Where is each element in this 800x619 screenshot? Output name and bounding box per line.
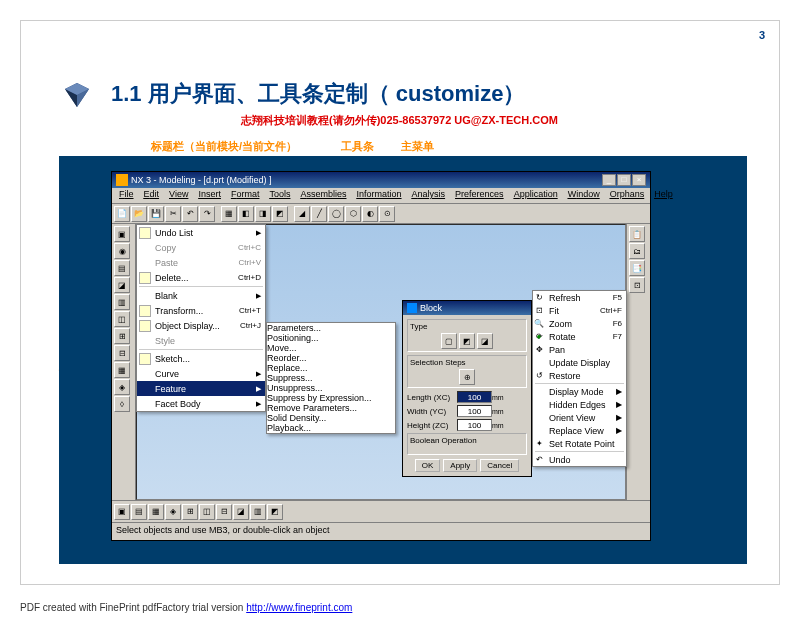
menu-item[interactable]: Replace... [267, 363, 395, 373]
menu-item[interactable]: Unsuppress... [267, 383, 395, 393]
tool-icon[interactable]: ↶ [182, 206, 198, 222]
sel-step-icon[interactable]: ⊕ [459, 369, 475, 385]
tool-icon[interactable]: ╱ [311, 206, 327, 222]
type-option-icon[interactable]: ◪ [477, 333, 493, 349]
menu-item[interactable]: Undo List▶ [137, 225, 265, 240]
type-option-icon[interactable]: ◩ [459, 333, 475, 349]
popup-item[interactable]: 🔍ZoomF6 [533, 317, 626, 330]
footer-link[interactable]: http://www.fineprint.com [246, 602, 352, 613]
popup-item[interactable]: Replace View▶ [533, 424, 626, 437]
menu-item[interactable]: Reorder... [267, 353, 395, 363]
dimension-input[interactable] [457, 405, 492, 417]
tool-icon[interactable]: ◩ [267, 504, 283, 520]
tool-icon[interactable]: ▤ [131, 504, 147, 520]
popup-item[interactable]: ✦Set Rotate Point [533, 437, 626, 450]
menu-format[interactable]: Format [226, 188, 265, 203]
edit-dropdown-menu[interactable]: Undo List▶CopyCtrl+CPasteCtrl+VDelete...… [136, 224, 266, 412]
tool-icon[interactable]: ⊟ [216, 504, 232, 520]
tool-icon[interactable]: ▦ [148, 504, 164, 520]
popup-item[interactable]: Orient View▶ [533, 411, 626, 424]
menu-tools[interactable]: Tools [264, 188, 295, 203]
popup-item[interactable]: ✥Pan [533, 343, 626, 356]
menu-item[interactable]: Remove Parameters... [267, 403, 395, 413]
tool-icon[interactable]: ⊙ [379, 206, 395, 222]
tool-icon[interactable]: ◢ [294, 206, 310, 222]
tool-icon[interactable]: ▣ [114, 504, 130, 520]
menu-orphans[interactable]: Orphans [605, 188, 650, 203]
menu-item[interactable]: Suppress... [267, 373, 395, 383]
tool-icon[interactable]: ◧ [238, 206, 254, 222]
popup-item[interactable]: Display Mode▶ [533, 385, 626, 398]
menu-edit[interactable]: Edit [139, 188, 165, 203]
menu-item[interactable]: Sketch... [137, 351, 265, 366]
apply-button[interactable]: Apply [443, 459, 477, 472]
tool-icon[interactable]: ⊡ [629, 277, 645, 293]
tool-icon[interactable]: ✂ [165, 206, 181, 222]
popup-menu-mb3[interactable]: ↻RefreshF5⊡FitCtrl+F🔍ZoomF6⟳●RotateF7✥Pa… [532, 290, 627, 467]
menu-item[interactable]: Blank▶ [137, 288, 265, 303]
menu-item[interactable]: Playback... [267, 423, 395, 433]
tool-icon[interactable]: ◩ [272, 206, 288, 222]
menu-information[interactable]: Information [352, 188, 407, 203]
tool-icon[interactable]: ▤ [114, 260, 130, 276]
popup-item[interactable]: ⊡FitCtrl+F [533, 304, 626, 317]
menubar[interactable]: FileEditViewInsertFormatToolsAssembliesI… [112, 188, 650, 204]
minimize-button[interactable]: _ [602, 174, 616, 186]
menu-view[interactable]: View [164, 188, 193, 203]
tool-icon[interactable]: 📂 [131, 206, 147, 222]
menu-insert[interactable]: Insert [193, 188, 226, 203]
menu-file[interactable]: File [114, 188, 139, 203]
menu-item[interactable]: PasteCtrl+V [137, 255, 265, 270]
tool-icon[interactable]: ↷ [199, 206, 215, 222]
tool-icon[interactable]: ◫ [114, 311, 130, 327]
tool-icon[interactable]: ▥ [250, 504, 266, 520]
tool-icon[interactable]: 🗂 [629, 243, 645, 259]
menu-item[interactable]: CopyCtrl+C [137, 240, 265, 255]
menu-item[interactable]: Facet Body▶ [137, 396, 265, 411]
dimension-input[interactable] [457, 419, 492, 431]
menu-item[interactable]: Suppress by Expression... [267, 393, 395, 403]
tool-icon[interactable]: ◪ [233, 504, 249, 520]
menu-item[interactable]: Solid Density... [267, 413, 395, 423]
menu-window[interactable]: Window [563, 188, 605, 203]
dimension-input[interactable] [457, 391, 492, 403]
tool-icon[interactable]: 💾 [148, 206, 164, 222]
tool-icon[interactable]: ◈ [165, 504, 181, 520]
tool-icon[interactable]: ◉ [114, 243, 130, 259]
popup-item[interactable]: ↺Restore [533, 369, 626, 382]
menu-analysis[interactable]: Analysis [407, 188, 451, 203]
cancel-button[interactable]: Cancel [480, 459, 519, 472]
tool-icon[interactable]: ⊟ [114, 345, 130, 361]
tool-icon[interactable]: ◊ [114, 396, 130, 412]
tool-icon[interactable]: ◯ [328, 206, 344, 222]
menu-help[interactable]: Help [649, 188, 678, 203]
menu-item[interactable]: Object Display...Ctrl+J [137, 318, 265, 333]
menu-item[interactable]: Curve▶ [137, 366, 265, 381]
menu-item[interactable]: Feature▶ [137, 381, 265, 396]
tool-icon[interactable]: ◪ [114, 277, 130, 293]
tool-icon[interactable]: ◫ [199, 504, 215, 520]
menu-item[interactable]: Transform...Ctrl+T [137, 303, 265, 318]
tool-icon[interactable]: ▥ [114, 294, 130, 310]
ok-button[interactable]: OK [415, 459, 441, 472]
menu-item[interactable]: Delete...Ctrl+D [137, 270, 265, 285]
menu-item[interactable]: Positioning... [267, 333, 395, 343]
popup-item[interactable]: ⟳●RotateF7 [533, 330, 626, 343]
popup-item[interactable]: Hidden Edges▶ [533, 398, 626, 411]
tool-icon[interactable]: ⊞ [182, 504, 198, 520]
popup-item[interactable]: Update Display [533, 356, 626, 369]
menu-item[interactable]: Move... [267, 343, 395, 353]
menu-application[interactable]: Application [509, 188, 563, 203]
close-button[interactable]: × [632, 174, 646, 186]
popup-item[interactable]: ↻RefreshF5 [533, 291, 626, 304]
tool-icon[interactable]: ▦ [221, 206, 237, 222]
tool-icon[interactable]: ◐ [362, 206, 378, 222]
feature-submenu[interactable]: Parameters...Positioning...Move...Reorde… [266, 322, 396, 434]
tool-icon[interactable]: ◨ [255, 206, 271, 222]
type-option-icon[interactable]: ▢ [441, 333, 457, 349]
tool-icon[interactable]: 📄 [114, 206, 130, 222]
tool-icon[interactable]: ▣ [114, 226, 130, 242]
menu-item[interactable]: Style [137, 333, 265, 348]
popup-item[interactable]: ↶Undo [533, 453, 626, 466]
menu-assemblies[interactable]: Assemblies [295, 188, 351, 203]
